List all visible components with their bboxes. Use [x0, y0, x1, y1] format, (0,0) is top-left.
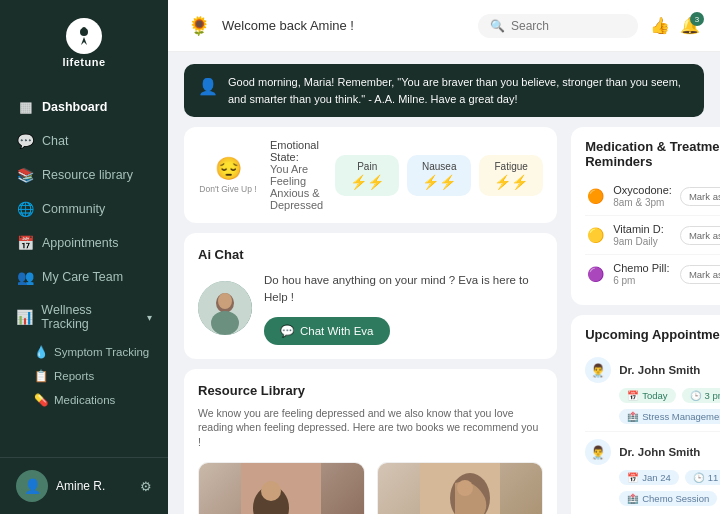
left-column: 😔 Don't Give Up ! Emotional State: You A…	[184, 127, 557, 514]
doctor-name-2: Dr. John Smith	[619, 446, 716, 458]
pain-waves: ⚡⚡	[350, 174, 384, 190]
sidebar-item-resource-library[interactable]: 📚 Resource library	[0, 158, 168, 192]
chat-bubble-text: Do hou have anything on your mind ? Eva …	[264, 272, 543, 307]
resource-library-title: Resource Library	[198, 383, 543, 398]
ai-chat-title: Ai Chat	[198, 247, 543, 262]
med-time-oxycodone: 8am & 3pm	[613, 197, 664, 208]
sidebar-item-symptom-tracking[interactable]: 💧 Symptom Tracking	[34, 340, 168, 364]
med-item-oxycodone: 🟠 Oxycodone: 8am & 3pm Mark as taken ○	[585, 177, 720, 216]
search-input[interactable]	[511, 19, 626, 33]
user-name: Amine R.	[56, 479, 132, 493]
appt-tags-1: 📅 Today 🕒 3 pm 🏥 Stress Management	[585, 388, 720, 424]
emotional-text-section: Emotional State: You Are Feeling Anxious…	[270, 139, 323, 211]
notification-icon[interactable]: 🔔 3	[680, 16, 700, 35]
appointments-icon: 📅	[16, 235, 34, 251]
books-list: Support for Depression Read Now ➜	[198, 462, 543, 514]
book-item-depression: Support for Depression Read Now ➜	[198, 462, 365, 514]
symptom-tag-pain: Pain ⚡⚡	[335, 155, 399, 196]
gear-icon[interactable]: ⚙	[140, 479, 152, 494]
topbar: 🌻 Welcome back Amine ! 🔍 👍 🔔 3	[168, 0, 720, 52]
chat-icon: 💬	[16, 133, 34, 149]
nausea-waves: ⚡⚡	[422, 174, 456, 190]
svg-point-5	[218, 293, 232, 309]
resource-library-card: Resource Library We know you are feeling…	[184, 369, 557, 515]
svg-point-8	[261, 481, 281, 501]
banner-icon: 👤	[198, 75, 218, 99]
medications-icon: 💊	[34, 393, 48, 407]
chat-content: Do hou have anything on your mind ? Eva …	[198, 272, 543, 345]
pain-label: Pain	[357, 161, 377, 172]
welcome-text: Welcome back Amine !	[222, 18, 466, 33]
med-info-oxycodone: Oxycodone: 8am & 3pm	[613, 184, 672, 208]
symptom-tag-fatigue: Fatigue ⚡⚡	[479, 155, 543, 196]
mark-taken-chemo[interactable]: Mark as taken ○	[680, 265, 720, 284]
sidebar-item-label: Wellness Tracking	[41, 303, 139, 331]
doctor-avatar-2: 👨‍⚕️	[585, 439, 611, 465]
dont-give-up-section: 😔 Don't Give Up !	[198, 156, 258, 194]
search-bar[interactable]: 🔍	[478, 14, 638, 38]
book-cover-anxiety	[378, 463, 543, 514]
sidebar-item-chat[interactable]: 💬 Chat	[0, 124, 168, 158]
logo: lifetune	[0, 0, 168, 82]
svg-point-4	[211, 311, 239, 335]
appt-header-2: 👨‍⚕️ Dr. John Smith Details ⓘ	[585, 439, 720, 465]
med-item-vitamin-d: 🟡 Vitamin D: 9am Daily Mark as taken ○	[585, 216, 720, 255]
appointment-item-1: 👨‍⚕️ Dr. John Smith Details ⓘ 📅 Today 🕒 …	[585, 350, 720, 432]
like-icon[interactable]: 👍	[650, 16, 670, 35]
resource-icon: 📚	[16, 167, 34, 183]
med-info-chemo: Chemo Pill: 6 pm	[613, 262, 672, 286]
appt-tag-time-2: 🕒 11 am	[685, 470, 720, 485]
sidebar-item-wellness-tracking[interactable]: 📊 Wellness Tracking ▾	[0, 294, 168, 340]
mark-taken-vitamin-d[interactable]: Mark as taken ○	[680, 226, 720, 245]
oxycodone-icon: 🟠	[585, 188, 605, 204]
welcome-icon: 🌻	[188, 15, 210, 37]
med-name-chemo: Chemo Pill:	[613, 262, 669, 274]
chemo-icon: 🟣	[585, 266, 605, 282]
symptom-tag-nausea: Nausea ⚡⚡	[407, 155, 471, 196]
reports-icon: 📋	[34, 369, 48, 383]
med-name-vitamin-d: Vitamin D:	[613, 223, 664, 235]
logo-icon	[66, 18, 102, 54]
medication-reminders-card: Medication & Treatment Reminders 🟠 Oxyco…	[571, 127, 720, 305]
appt-tag-today: 📅 Today	[619, 388, 675, 403]
sidebar-item-community[interactable]: 🌐 Community	[0, 192, 168, 226]
upcoming-appointments-card: Upcoming Appointments 👨‍⚕️ Dr. John Smit…	[571, 315, 720, 514]
appt-tags-2: 📅 Jan 24 🕒 11 am 🏥 Chemo Session	[585, 470, 720, 506]
topbar-icons: 👍 🔔 3	[650, 16, 700, 35]
appt-tag-type-2: 🏥 Chemo Session	[619, 491, 717, 506]
svg-point-1	[82, 27, 86, 31]
med-item-chemo: 🟣 Chemo Pill: 6 pm Mark as taken ○	[585, 255, 720, 293]
main-content: 🌻 Welcome back Amine ! 🔍 👍 🔔 3 👤 Good mo…	[168, 0, 720, 514]
book-cover-depression	[199, 463, 364, 514]
mark-taken-oxycodone[interactable]: Mark as taken ○	[680, 187, 720, 206]
sidebar-item-medications[interactable]: 💊 Medications	[34, 388, 168, 412]
sidebar-item-label: Appointments	[42, 236, 118, 250]
sidebar-item-label: Community	[42, 202, 105, 216]
chat-btn-icon: 💬	[280, 324, 294, 338]
emotional-title: Emotional State:	[270, 139, 323, 163]
two-col-layout: 😔 Don't Give Up ! Emotional State: You A…	[184, 127, 704, 514]
sidebar-item-dashboard[interactable]: ▦ Dashboard	[0, 90, 168, 124]
sidebar-item-care-team[interactable]: 👥 My Care Team	[0, 260, 168, 294]
doctor-avatar-1: 👨‍⚕️	[585, 357, 611, 383]
resource-description: We know you are feeling depressed and we…	[198, 406, 543, 450]
book-item-anxiety: Anxiety Management Read Now ➜	[377, 462, 544, 514]
dont-give-up-label: Don't Give Up !	[199, 184, 256, 194]
appt-tag-time-1: 🕒 3 pm	[682, 388, 720, 403]
notification-badge: 3	[690, 12, 704, 26]
symptom-tags: Pain ⚡⚡ Nausea ⚡⚡ Fatigue ⚡⚡	[335, 155, 543, 196]
sidebar-item-appointments[interactable]: 📅 Appointments	[0, 226, 168, 260]
med-time-chemo: 6 pm	[613, 275, 635, 286]
vitamin-d-icon: 🟡	[585, 227, 605, 243]
wellness-subnav: 💧 Symptom Tracking 📋 Reports 💊 Medicatio…	[0, 340, 168, 412]
chevron-down-icon: ▾	[147, 312, 152, 323]
upcoming-appointments-title: Upcoming Appointments	[585, 327, 720, 342]
sidebar-item-reports[interactable]: 📋 Reports	[34, 364, 168, 388]
wellness-icon: 📊	[16, 309, 33, 325]
med-info-vitamin-d: Vitamin D: 9am Daily	[613, 223, 672, 247]
sidebar-item-label: My Care Team	[42, 270, 123, 284]
sidebar-user: 👤 Amine R. ⚙	[0, 457, 168, 514]
motivational-banner: 👤 Good morning, Maria! Remember, "You ar…	[184, 64, 704, 117]
chat-with-eva-button[interactable]: 💬 Chat With Eva	[264, 317, 390, 345]
dont-give-up-emoji: 😔	[215, 156, 242, 182]
